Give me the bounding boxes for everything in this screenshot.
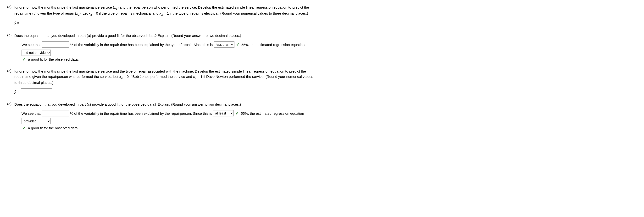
- good-fit-b-text: a good fit for the observed data.: [28, 57, 79, 61]
- section-a-text: Ignore for now the months since the last…: [14, 5, 315, 17]
- equation-a-row: ŷ =: [14, 20, 315, 26]
- we-see-that-b: We see that: [22, 42, 41, 48]
- check-b-icon: ✔: [236, 41, 240, 48]
- section-c: (c) Ignore for now the months since the …: [7, 69, 315, 95]
- yhat-c-label: ŷ =: [14, 90, 19, 94]
- section-d-inline-row: We see that % of the variability in the …: [22, 109, 315, 124]
- result-b-dropdown[interactable]: did not provide provided: [22, 50, 51, 56]
- section-b-label: (b): [7, 33, 14, 37]
- threshold-b: 55%, the estimated regression equation: [242, 42, 304, 48]
- section-a: (a) Ignore for now the months since the …: [7, 5, 315, 26]
- yhat-a-input[interactable]: [21, 20, 52, 26]
- good-fit-d-text: a good fit for the observed data.: [28, 126, 79, 130]
- yhat-c-input[interactable]: [21, 88, 52, 95]
- section-b-inline-row: We see that % of the variability in the …: [22, 41, 315, 56]
- section-b-text: Does the equation that you developed in …: [14, 33, 315, 39]
- variability-b-input[interactable]: [42, 42, 69, 48]
- we-see-that-d: We see that: [22, 110, 41, 117]
- good-fit-b-row: ✔ a good fit for the observed data.: [22, 57, 315, 62]
- section-c-text: Ignore for now the months since the last…: [14, 69, 315, 86]
- percent-text-b: % of the variability in the repair time …: [70, 42, 213, 48]
- yhat-a-label: ŷ =: [14, 21, 19, 25]
- comparison-d-dropdown[interactable]: less than at least: [213, 110, 234, 116]
- section-d-text: Does the equation that you developed in …: [14, 102, 315, 107]
- section-a-label: (a): [7, 5, 14, 9]
- comparison-b-dropdown[interactable]: less than at least: [214, 42, 234, 48]
- check-d2-icon: ✔: [22, 125, 26, 131]
- percent-text-d: % of the variability in the repair time …: [70, 110, 212, 117]
- section-b: (b) Does the equation that you developed…: [7, 33, 315, 62]
- equation-c-row: ŷ =: [14, 88, 315, 95]
- check-d-icon: ✔: [236, 109, 239, 117]
- threshold-d: 55%, the estimated regression equation: [241, 110, 304, 117]
- section-c-label: (c): [7, 69, 14, 73]
- good-fit-d-row: ✔ a good fit for the observed data.: [22, 125, 315, 131]
- check-b2-icon: ✔: [22, 57, 26, 62]
- section-d-label: (d): [7, 102, 14, 106]
- section-d: (d) Does the equation that you developed…: [7, 102, 315, 131]
- variability-d-input[interactable]: [42, 110, 69, 116]
- result-d-dropdown[interactable]: provided did not provide: [22, 118, 51, 124]
